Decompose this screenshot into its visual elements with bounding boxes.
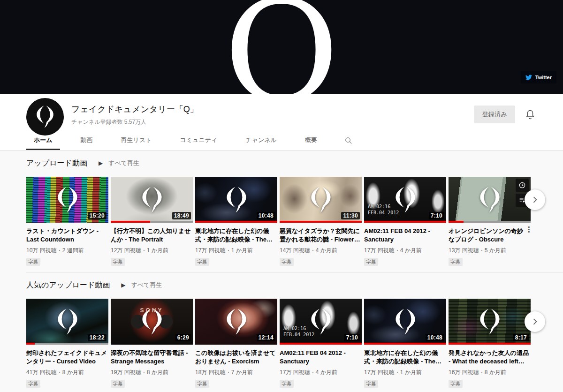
video-thumbnail[interactable]: AM 02:16 FEB.04 2012 7:10: [280, 299, 362, 345]
subtitle-badge: 字幕: [364, 380, 378, 388]
subtitle-badge: 字幕: [280, 380, 294, 388]
q-watermark-icon: [479, 308, 500, 335]
video-thumbnail[interactable]: 18:49: [111, 177, 193, 223]
video-title[interactable]: オレンジロビンソンの奇妙なブログ - Obscure: [449, 227, 531, 244]
chevron-right-icon: [530, 195, 540, 204]
video-thumbnail[interactable]: 12:14: [195, 299, 277, 345]
play-triangle-icon: ▶: [121, 282, 125, 288]
video-title[interactable]: 【行方不明】この人知りませんか - The Portrait: [111, 227, 193, 244]
video-meta: 17万 回視聴・1 か月前: [364, 369, 446, 377]
video-meta: 19万 回視聴・8 か月前: [111, 369, 193, 377]
tab-label: 動画: [81, 136, 93, 144]
q-watermark-icon: [57, 308, 78, 335]
play-all-label: すべて再生: [131, 281, 162, 289]
kebab-menu-icon[interactable]: ⋮: [525, 226, 533, 234]
next-videos-arrow-button[interactable]: [525, 311, 545, 332]
q-watermark-icon: [57, 186, 78, 213]
video-title[interactable]: 悪質なイタズラか？玄関先に置かれる献花の謎 - Flower…: [280, 227, 362, 244]
video-title[interactable]: AM02:11 FEB 04 2012 - Sanctuary: [364, 227, 446, 244]
video-meta: 17万 回視聴・4 か月前: [280, 369, 362, 377]
video-thumbnail[interactable]: SONY 6:29: [111, 299, 193, 345]
video-thumbnail[interactable]: 10:48: [364, 299, 446, 345]
video-card: 11:30 悪質なイタズラか？玄関先に置かれる献花の謎 - Flower… 14…: [280, 177, 362, 266]
video-thumbnail[interactable]: [449, 177, 531, 223]
video-details: 発見されなかった友人の遺品 - What the deceased left… …: [449, 345, 531, 388]
channel-search-button[interactable]: [338, 131, 359, 150]
video-meta: 16万 回視聴・8 か月前: [449, 369, 531, 377]
subtitle-badge: 字幕: [449, 258, 463, 266]
q-watermark-icon: [226, 186, 247, 213]
video-details: 【行方不明】この人知りませんか - The Portrait 12万 回視聴・1…: [111, 223, 193, 266]
video-details: 悪質なイタズラか？玄関先に置かれる献花の謎 - Flower… 14万 回視聴・…: [280, 223, 362, 266]
next-videos-arrow-button[interactable]: [525, 189, 545, 210]
thumbnail-overlay-text: AM 02:16 FEB.04 2012: [368, 204, 399, 216]
subtitle-badge: 字幕: [26, 258, 40, 266]
subtitle-badge: 字幕: [195, 258, 209, 266]
video-duration: 7:10: [344, 334, 360, 341]
video-duration: 8:17: [513, 334, 529, 341]
video-card: 18:49 【行方不明】この人知りませんか - The Portrait 12万…: [111, 177, 193, 266]
thumbnail-overlay-text: SONY: [111, 307, 193, 314]
video-title[interactable]: 東北地方に存在した幻の儀式・来訪の記録映像 - The…: [364, 349, 446, 366]
video-details: オレンジロビンソンの奇妙なブログ - Obscure ⋮ 13万 回視聴・5 か…: [449, 223, 531, 266]
section-title[interactable]: 人気のアップロード動画: [26, 280, 110, 290]
watch-later-icon[interactable]: [516, 179, 529, 192]
channel-avatar[interactable]: [26, 98, 64, 136]
video-details: 封印されたフェイクドキュメンタリー - Cursed Video 41万 回視聴…: [26, 345, 108, 388]
twitter-link[interactable]: Twitter: [521, 71, 556, 83]
video-card: 12:14 この映像はお祓いを済ませておりません - Exorcism 18万 …: [195, 299, 277, 388]
chevron-right-icon: [530, 317, 540, 326]
video-thumbnail[interactable]: 10:48: [195, 177, 277, 223]
video-title[interactable]: 封印されたフェイクドキュメンタリー - Cursed Video: [26, 349, 108, 366]
video-title[interactable]: 発見されなかった友人の遺品 - What the deceased left…: [449, 349, 531, 366]
video-meta: 18万 回視聴・7 か月前: [195, 369, 277, 377]
video-title[interactable]: ラスト・カウントダウン - Last Countdown: [26, 227, 108, 244]
video-card: 8:17 発見されなかった友人の遺品 - What the deceased l…: [449, 299, 531, 388]
section-title[interactable]: アップロード動画: [26, 158, 87, 168]
q-logo-icon: [36, 105, 54, 128]
subtitle-badge: 字幕: [280, 258, 294, 266]
video-title[interactable]: 深夜の不気味な留守番電話 - Strange Messages: [111, 349, 193, 366]
video-meta: 13万 回視聴・5 か月前: [449, 247, 531, 255]
play-all-button[interactable]: ▶ すべて再生: [99, 159, 139, 167]
video-section: 人気のアップロード動画 ▶ すべて再生 18:22 封印されたフェイクドキュメン…: [26, 272, 563, 392]
video-thumbnail[interactable]: 11:30: [280, 177, 362, 223]
video-duration: 7:10: [429, 212, 444, 219]
subscribed-button[interactable]: 登録済み: [474, 106, 515, 123]
banner-q-logo: Q: [0, 0, 563, 94]
video-thumbnail[interactable]: 15:20: [26, 177, 108, 223]
subtitle-badge: 字幕: [26, 380, 40, 388]
subscriber-count: チャンネル登録者数 5.57万人: [71, 118, 198, 126]
tab-label: 概要: [305, 136, 317, 144]
video-duration: 11:30: [341, 212, 360, 219]
video-card: 18:22 封印されたフェイクドキュメンタリー - Cursed Video 4…: [26, 299, 108, 388]
tab-home[interactable]: ホーム: [26, 131, 60, 150]
twitter-label: Twitter: [535, 75, 552, 80]
tab-channels[interactable]: チャンネル: [238, 131, 284, 150]
tab-label: チャンネル: [245, 136, 277, 144]
tab-community[interactable]: コミュニティ: [173, 131, 225, 150]
video-details: 東北地方に存在した幻の儀式・来訪の記録映像 - The… 17万 回視聴・1 か…: [364, 345, 446, 388]
tab-about[interactable]: 概要: [297, 131, 325, 150]
q-watermark-icon: [479, 186, 500, 213]
play-all-label: すべて再生: [108, 159, 139, 167]
video-details: 東北地方に存在した幻の儀式・来訪の記録映像 - The… 17万 回視聴・1 か…: [195, 223, 277, 266]
video-thumbnail[interactable]: 18:22: [26, 299, 108, 345]
play-triangle-icon: ▶: [99, 160, 103, 166]
notification-bell-icon[interactable]: [525, 109, 536, 120]
subtitle-badge: 字幕: [364, 258, 378, 266]
video-thumbnail[interactable]: AM 02:16 FEB.04 2012 7:10: [364, 177, 446, 223]
video-meta: 17万 回視聴・1 か月前: [195, 247, 277, 255]
video-card: SONY 6:29 深夜の不気味な留守番電話 - Strange Message…: [111, 299, 193, 388]
video-title[interactable]: 東北地方に存在した幻の儀式・来訪の記録映像 - The…: [195, 227, 277, 244]
tab-videos[interactable]: 動画: [73, 131, 100, 150]
video-meta: 12万 回視聴・1 か月前: [111, 247, 193, 255]
video-duration: 15:20: [88, 212, 107, 219]
video-title[interactable]: AM02:11 FEB 04 2012 - Sanctuary: [280, 349, 362, 366]
video-thumbnail[interactable]: 8:17: [449, 299, 531, 345]
tab-playlists[interactable]: 再生リスト: [114, 131, 160, 150]
q-watermark-icon: [142, 186, 162, 213]
play-all-button[interactable]: ▶ すべて再生: [121, 281, 162, 289]
video-title[interactable]: この映像はお祓いを済ませておりません - Exorcism: [195, 349, 277, 366]
video-duration: 10:48: [426, 334, 444, 341]
